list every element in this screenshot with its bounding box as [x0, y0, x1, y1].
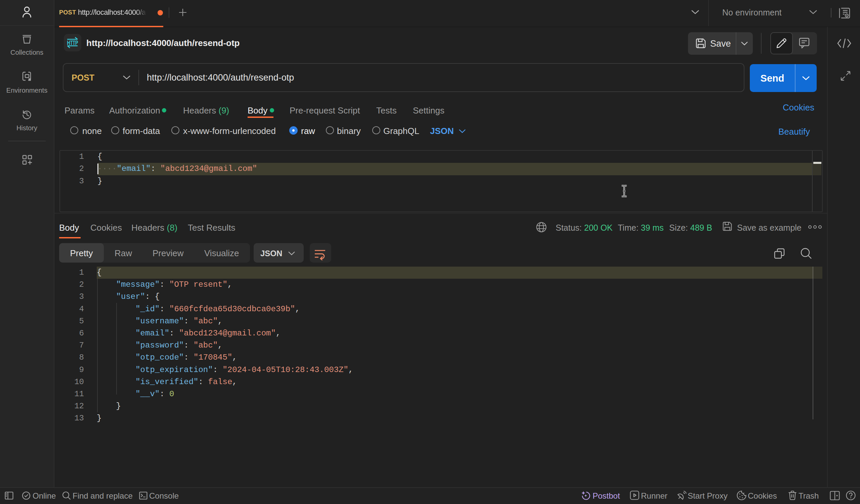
svg-text:HTTP: HTTP: [67, 40, 78, 46]
